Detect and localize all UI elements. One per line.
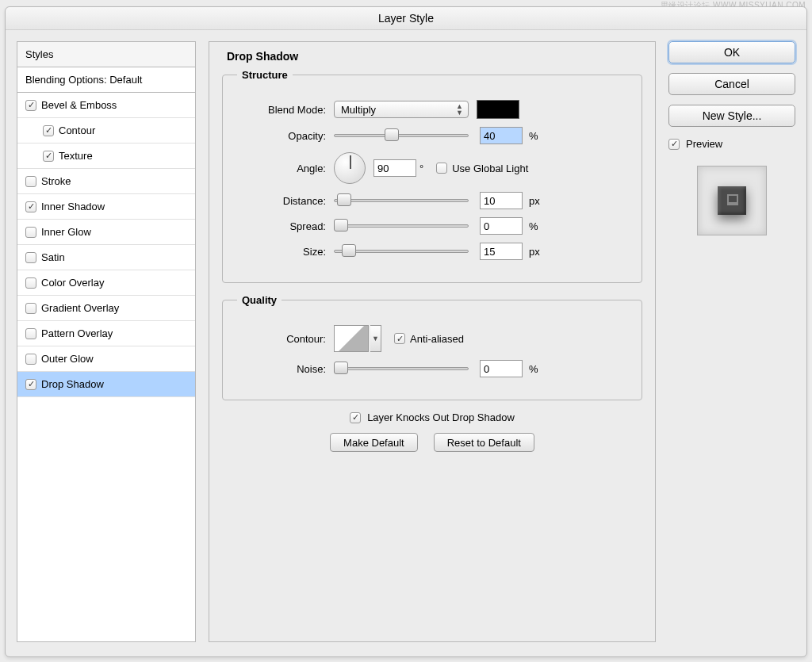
sidebar-item-label: Pattern Overlay xyxy=(41,327,113,339)
global-light-checkbox[interactable] xyxy=(436,163,447,174)
sidebar-item-outer-glow[interactable]: Outer Glow xyxy=(17,346,195,372)
quality-group: Quality Contour: ▼ Anti-aliased Noise: % xyxy=(222,294,642,400)
distance-unit: px xyxy=(529,195,540,207)
preview-checkbox[interactable] xyxy=(668,139,680,150)
checkbox-icon[interactable] xyxy=(25,354,36,365)
quality-legend: Quality xyxy=(237,294,282,306)
checkbox-icon[interactable] xyxy=(25,176,36,187)
sidebar-item-contour[interactable]: Contour xyxy=(17,118,195,143)
make-default-button[interactable]: Make Default xyxy=(330,433,418,452)
checkbox-icon[interactable] xyxy=(25,328,36,339)
sidebar-item-label: Contour xyxy=(59,124,95,136)
sidebar-item-label: Outer Glow xyxy=(41,353,94,365)
sidebar-header[interactable]: Styles xyxy=(17,42,195,67)
sidebar-item-label: Stroke xyxy=(41,175,71,187)
size-unit: px xyxy=(529,246,540,258)
antialiased-checkbox[interactable] xyxy=(394,333,405,344)
sidebar-item-texture[interactable]: Texture xyxy=(17,143,195,169)
distance-slider[interactable] xyxy=(334,195,469,206)
antialiased-label: Anti-aliased xyxy=(410,333,464,345)
preview-swatch-icon xyxy=(718,186,746,215)
contour-picker[interactable] xyxy=(334,325,369,352)
sidebar-item-stroke[interactable]: Stroke xyxy=(17,169,195,194)
knockout-checkbox[interactable] xyxy=(350,412,361,423)
spread-unit: % xyxy=(529,220,538,232)
sidebar-item-label: Color Overlay xyxy=(41,277,104,289)
sidebar-item-bevel-emboss[interactable]: Bevel & Emboss xyxy=(17,93,195,118)
size-input[interactable] xyxy=(480,243,523,260)
window-title: Layer Style xyxy=(6,7,806,30)
checkbox-icon[interactable] xyxy=(43,151,54,162)
sidebar-item-inner-glow[interactable]: Inner Glow xyxy=(17,220,195,245)
sidebar-item-inner-shadow[interactable]: Inner Shadow xyxy=(17,194,195,220)
knockout-label: Layer Knocks Out Drop Shadow xyxy=(367,411,515,423)
sidebar-item-label: Satin xyxy=(41,251,65,263)
blend-mode-select[interactable]: Multiply ▲▼ xyxy=(334,101,469,118)
styles-sidebar: Styles Blending Options: Default Bevel &… xyxy=(17,41,196,642)
chevron-updown-icon: ▲▼ xyxy=(456,103,463,116)
sidebar-item-pattern-overlay[interactable]: Pattern Overlay xyxy=(17,321,195,346)
spread-input[interactable] xyxy=(480,217,523,235)
checkbox-icon[interactable] xyxy=(25,201,36,212)
structure-legend: Structure xyxy=(237,69,293,81)
distance-input[interactable] xyxy=(480,192,523,209)
sidebar-item-drop-shadow[interactable]: Drop Shadow xyxy=(17,372,195,397)
dialog-buttons: OK Cancel New Style... Preview xyxy=(668,41,795,235)
contour-label: Contour: xyxy=(237,333,326,345)
angle-label: Angle: xyxy=(237,163,326,174)
checkbox-icon[interactable] xyxy=(25,252,36,263)
new-style-button[interactable]: New Style... xyxy=(668,105,795,127)
structure-group: Structure Blend Mode: Multiply ▲▼ Opacit… xyxy=(222,69,642,283)
spread-label: Spread: xyxy=(237,220,326,232)
sidebar-item-color-overlay[interactable]: Color Overlay xyxy=(17,270,195,296)
sidebar-item-label: Texture xyxy=(59,150,93,162)
global-light-label: Use Global Light xyxy=(452,163,528,174)
sidebar-item-label: Bevel & Emboss xyxy=(41,99,117,111)
blend-mode-value: Multiply xyxy=(341,104,376,116)
size-label: Size: xyxy=(237,246,326,258)
sidebar-item-label: Inner Shadow xyxy=(41,201,105,212)
panel-title: Drop Shadow xyxy=(222,50,642,63)
sidebar-item-satin[interactable]: Satin xyxy=(17,245,195,270)
sidebar-item-gradient-overlay[interactable]: Gradient Overlay xyxy=(17,296,195,321)
contour-dropdown-icon[interactable]: ▼ xyxy=(370,325,381,352)
preview-thumbnail xyxy=(697,166,767,235)
checkbox-icon[interactable] xyxy=(25,277,36,289)
angle-unit: ° xyxy=(419,163,423,174)
sidebar-item-label: Drop Shadow xyxy=(41,378,104,390)
checkbox-icon[interactable] xyxy=(25,379,36,390)
noise-slider[interactable] xyxy=(334,363,469,374)
reset-default-button[interactable]: Reset to Default xyxy=(434,433,534,452)
checkbox-icon[interactable] xyxy=(25,303,36,314)
opacity-input[interactable] xyxy=(480,127,523,144)
cancel-button[interactable]: Cancel xyxy=(668,73,795,95)
checkbox-icon[interactable] xyxy=(25,100,36,111)
layer-style-dialog: Layer Style Styles Blending Options: Def… xyxy=(5,6,807,657)
noise-input[interactable] xyxy=(480,360,523,377)
blending-options[interactable]: Blending Options: Default xyxy=(17,67,195,93)
spread-slider[interactable] xyxy=(334,220,469,232)
effect-panel: Drop Shadow Structure Blend Mode: Multip… xyxy=(209,41,656,642)
preview-label: Preview xyxy=(686,138,722,150)
size-slider[interactable] xyxy=(334,246,469,257)
blend-mode-label: Blend Mode: xyxy=(237,104,326,116)
sidebar-item-label: Gradient Overlay xyxy=(41,302,119,314)
opacity-label: Opacity: xyxy=(237,130,326,142)
angle-dial[interactable] xyxy=(334,152,366,184)
opacity-slider[interactable] xyxy=(334,130,469,141)
sidebar-item-label: Inner Glow xyxy=(41,226,91,238)
checkbox-icon[interactable] xyxy=(43,125,54,136)
checkbox-icon[interactable] xyxy=(25,227,36,238)
noise-unit: % xyxy=(529,363,538,375)
ok-button[interactable]: OK xyxy=(668,41,795,63)
shadow-color-swatch[interactable] xyxy=(477,100,519,119)
noise-label: Noise: xyxy=(237,363,326,375)
opacity-unit: % xyxy=(529,130,538,142)
distance-label: Distance: xyxy=(237,195,326,207)
angle-input[interactable] xyxy=(373,159,416,177)
